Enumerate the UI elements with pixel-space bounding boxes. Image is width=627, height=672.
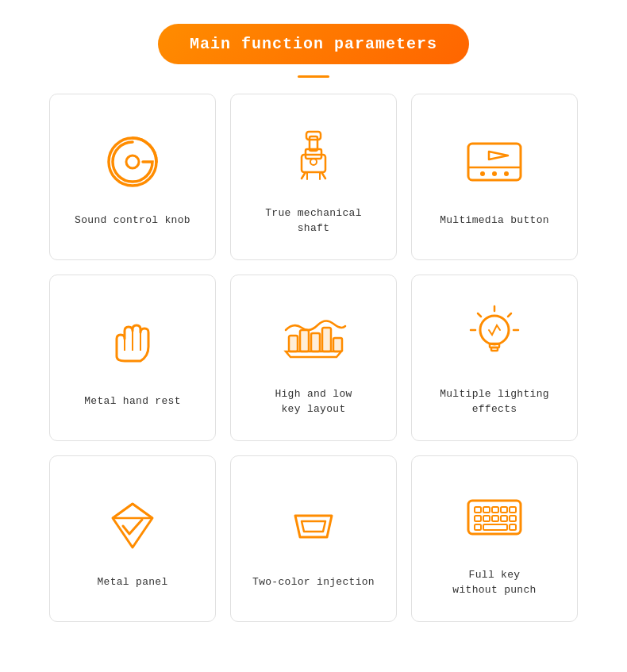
multiple-lighting-effects-label: Multiple lightingeffects xyxy=(440,386,549,417)
card-sound-control-knob: Sound control knob xyxy=(49,94,216,260)
full-key-without-punch-icon xyxy=(455,477,534,556)
svg-rect-49 xyxy=(483,524,507,530)
card-full-key-without-punch: Full keywithout punch xyxy=(411,455,578,622)
svg-rect-40 xyxy=(492,507,498,513)
card-metal-panel: Metal panel xyxy=(49,455,216,622)
full-key-without-punch-label: Full keywithout punch xyxy=(452,567,536,598)
svg-rect-38 xyxy=(475,507,481,513)
svg-rect-24 xyxy=(333,338,342,351)
svg-rect-41 xyxy=(501,507,507,513)
svg-rect-23 xyxy=(322,328,331,351)
svg-rect-44 xyxy=(483,516,490,521)
high-low-key-layout-icon xyxy=(274,296,353,375)
svg-line-29 xyxy=(508,313,511,317)
svg-rect-46 xyxy=(501,516,507,521)
svg-rect-20 xyxy=(289,336,298,351)
multimedia-button-label: Multimedia button xyxy=(440,213,549,228)
svg-point-1 xyxy=(126,156,139,168)
features-grid: Sound control knob xyxy=(49,94,578,622)
svg-line-36 xyxy=(133,504,152,518)
metal-hand-rest-label: Metal hand rest xyxy=(84,394,181,409)
page-container: Main function parameters Sound control k… xyxy=(0,0,627,672)
card-metal-hand-rest: Metal hand rest xyxy=(49,275,216,441)
card-true-mechanical-shaft: True mechanicalshaft xyxy=(230,94,397,260)
sound-control-knob-label: Sound control knob xyxy=(75,213,190,228)
metal-panel-icon xyxy=(93,484,172,563)
svg-rect-50 xyxy=(510,524,516,530)
svg-line-31 xyxy=(478,313,481,317)
card-two-color-injection: Two-color injection xyxy=(230,455,397,622)
svg-rect-39 xyxy=(483,507,490,513)
two-color-injection-label: Two-color injection xyxy=(252,574,375,590)
true-mechanical-shaft-label: True mechanicalshaft xyxy=(265,205,362,236)
svg-rect-21 xyxy=(300,330,309,351)
true-mechanical-shaft-icon xyxy=(274,115,353,194)
svg-rect-43 xyxy=(475,516,481,521)
svg-point-14 xyxy=(480,171,485,176)
card-high-low-key-layout: High and lowkey layout xyxy=(230,275,397,441)
high-low-key-layout-label: High and lowkey layout xyxy=(275,386,352,417)
svg-rect-22 xyxy=(311,333,320,351)
svg-rect-27 xyxy=(491,348,498,351)
svg-marker-33 xyxy=(113,504,152,547)
main-title: Main function parameters xyxy=(158,24,469,64)
card-multimedia-button: Multimedia button xyxy=(411,94,578,260)
svg-rect-42 xyxy=(510,507,516,513)
svg-rect-48 xyxy=(475,524,481,530)
title-underline xyxy=(298,75,329,78)
sound-control-knob-icon xyxy=(93,122,172,202)
multiple-lighting-effects-icon xyxy=(455,296,534,375)
svg-rect-47 xyxy=(510,516,516,521)
svg-point-15 xyxy=(492,171,497,176)
svg-rect-37 xyxy=(468,501,521,534)
multimedia-button-icon xyxy=(455,122,534,202)
svg-line-35 xyxy=(113,504,133,518)
svg-marker-13 xyxy=(489,152,508,159)
metal-panel-label: Metal panel xyxy=(97,574,167,590)
card-multiple-lighting-effects: Multiple lightingeffects xyxy=(411,275,578,441)
metal-hand-rest-icon xyxy=(93,303,172,382)
svg-rect-45 xyxy=(492,516,498,521)
two-color-injection-icon xyxy=(274,484,353,563)
svg-point-16 xyxy=(504,171,509,176)
